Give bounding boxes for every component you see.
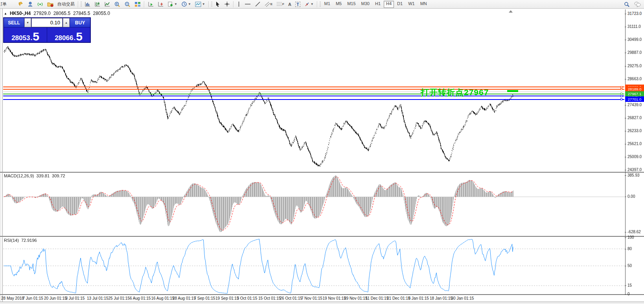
hline-handle[interactable] [620, 86, 622, 88]
hline-handle[interactable] [620, 98, 622, 100]
trendline-button[interactable] [253, 0, 262, 8]
toolbar-grip [320, 2, 321, 7]
axis-tick-mark [625, 232, 626, 232]
price-tick: 30499.0 [627, 37, 644, 42]
rsi-header: RSI(14)72.9196 [4, 238, 39, 243]
macd-rsi-divider[interactable] [0, 236, 644, 237]
axis-tick-mark [625, 118, 626, 118]
auto-scroll-button[interactable] [146, 0, 155, 8]
price-hline[interactable] [3, 99, 624, 100]
hline-handle[interactable] [620, 88, 622, 90]
text-label-button[interactable]: T [294, 0, 302, 8]
candlestick-chart-button[interactable] [93, 0, 102, 8]
horizontal-line-button[interactable] [243, 0, 252, 8]
rsi-axis-tick: 0 [627, 292, 644, 296]
axis-tick-mark [625, 131, 626, 131]
arrows-button[interactable]: ▼ [303, 0, 315, 8]
indicators-button[interactable]: ▼ [166, 0, 179, 8]
tf-m1-button[interactable]: M1 [322, 1, 333, 8]
axis-tick-mark [625, 144, 626, 144]
price-hline[interactable] [3, 96, 624, 96]
tile-windows-button[interactable] [133, 0, 142, 8]
tf-m30-button[interactable]: M30 [359, 1, 372, 8]
profiles-button[interactable] [26, 0, 35, 8]
chart-collapse-arrow[interactable]: ▲ [4, 12, 7, 15]
text-button[interactable]: A [287, 0, 293, 8]
axis-tick-mark [625, 175, 626, 176]
price-hline[interactable] [3, 89, 624, 90]
price-hline[interactable] [3, 94, 624, 94]
zoom-out-button[interactable] [123, 0, 132, 8]
rsi-dates-divider [0, 294, 644, 295]
price-tick: 25621.0 [627, 142, 644, 146]
chart-shift-button[interactable] [156, 0, 165, 8]
history-center-button[interactable] [46, 0, 55, 8]
chart-shift-marker[interactable] [509, 10, 513, 13]
date-tick: 11 Dec 01:15 [366, 296, 389, 300]
volume-increase-button[interactable]: ▲ [63, 18, 70, 27]
rsi-plot[interactable] [3, 237, 624, 294]
templates-button[interactable]: ▼ [193, 0, 207, 8]
equidistant-channel-button[interactable]: E [263, 0, 274, 8]
hline-handle[interactable] [620, 93, 622, 95]
autotrading-button[interactable]: 自动交易 [56, 0, 76, 8]
crosshair-icon [224, 1, 230, 7]
auto-scroll-icon [148, 1, 154, 7]
annotation-text[interactable]: 打开转折点27967 [421, 87, 489, 98]
tf-m5-button[interactable]: M5 [333, 1, 344, 8]
sell-price-display[interactable]: 28053.5 [4, 28, 47, 42]
rsi-axis-tick: 80 [627, 247, 644, 251]
search-button[interactable] [622, 0, 631, 8]
date-tick: 6 Aug 01:15 [130, 296, 151, 300]
line-chart-button[interactable] [103, 0, 112, 8]
bar-chart-button[interactable] [83, 0, 92, 8]
axis-tick-mark [625, 294, 626, 295]
axis-tick-mark [625, 197, 626, 197]
fibonacci-button[interactable]: F [275, 0, 286, 8]
buy-button[interactable]: BUY [70, 18, 90, 27]
price-tick: 29887.0 [627, 50, 644, 55]
macd-header: MACD(12,26,9)339.81309.72 [4, 173, 68, 178]
tf-mn-button[interactable]: MN [418, 1, 429, 8]
hline-handle[interactable] [620, 95, 622, 97]
price-hline[interactable] [3, 87, 624, 87]
new-chart-button[interactable] [16, 0, 25, 8]
sell-button[interactable]: SELL [4, 18, 24, 27]
clock-icon [181, 1, 187, 7]
crosshair-button[interactable] [223, 0, 232, 8]
main-macd-divider[interactable] [0, 172, 644, 173]
annotation-dash[interactable] [507, 90, 518, 92]
vertical-line-button[interactable] [236, 0, 242, 8]
symbol-period-label: HK50-,H4 [10, 11, 31, 16]
macd-plot[interactable] [3, 173, 624, 236]
macd-signal-value: 309.72 [52, 173, 65, 178]
macd-main-value: 339.81 [36, 173, 50, 178]
date-tick: 21 Dec 01:15 [387, 296, 410, 300]
cursor-button[interactable] [213, 0, 222, 8]
price-tick: 24397.0 [627, 168, 644, 172]
dropdown-arrow-icon: ▼ [311, 2, 314, 6]
axis-tick-mark [625, 105, 626, 105]
zoom-in-button[interactable] [112, 0, 122, 8]
volume-input[interactable] [32, 18, 62, 27]
price-hline[interactable] [3, 92, 624, 92]
signals-button[interactable] [36, 0, 45, 8]
axis-tick-mark [625, 27, 626, 27]
tf-m15-button[interactable]: M15 [345, 1, 358, 8]
vertical-line-icon [237, 1, 241, 7]
tf-w1-button[interactable]: W1 [406, 1, 417, 8]
volume-decrease-button[interactable]: ▼ [24, 18, 31, 27]
tf-h4-button[interactable]: H4 [384, 1, 394, 8]
chat-button[interactable] [632, 0, 642, 8]
periods-button[interactable]: ▼ [180, 0, 193, 8]
toolbar-separator [317, 1, 318, 7]
new-order-button[interactable]: 订单 [0, 0, 15, 8]
tf-h1-button[interactable]: H1 [373, 1, 383, 8]
macd-axis-min: -628.62 [627, 230, 644, 234]
date-tick: 30 Jan 01:15 [451, 296, 474, 300]
price-tick: 29275.0 [627, 64, 644, 68]
tf-d1-button[interactable]: D1 [395, 1, 405, 8]
candlestick-plot[interactable] [3, 9, 624, 172]
buy-price-display[interactable]: 28066.5 [47, 28, 90, 42]
template-icon [195, 2, 201, 7]
